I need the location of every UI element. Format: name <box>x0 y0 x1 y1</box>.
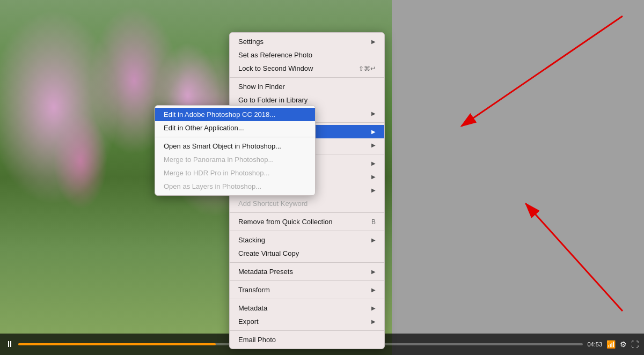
arrow-icon: ▶ <box>371 237 376 243</box>
settings-icon[interactable]: ⚙ <box>620 340 627 349</box>
menu-separator-8 <box>230 299 384 299</box>
menu-item-set-reference[interactable]: Set as Reference Photo <box>230 48 384 62</box>
submenu-item-merge-hdr: Merge to HDR Pro in Photoshop... <box>155 166 315 180</box>
arrow-icon: ▶ <box>371 269 376 275</box>
submenu-item-edit-other[interactable]: Edit in Other Application... <box>155 121 315 135</box>
submenu-separator-1 <box>155 137 315 137</box>
arrow-icon: ▶ <box>371 287 376 293</box>
arrow-icon: ▶ <box>371 160 376 166</box>
menu-separator-1 <box>230 77 384 78</box>
shortcut-label: B <box>371 218 376 226</box>
submenu-item-merge-panorama: Merge to Panorama in Photoshop... <box>155 153 315 166</box>
arrow-icon: ▶ <box>371 305 376 311</box>
menu-item-transform[interactable]: Transform ▶ <box>230 283 384 297</box>
menu-separator-4 <box>230 212 384 213</box>
menu-item-create-virtual[interactable]: Create Virtual Copy <box>230 247 384 260</box>
menu-separator-6 <box>230 262 384 263</box>
menu-item-email-photo[interactable]: Email Photo <box>230 333 384 346</box>
menu-separator-5 <box>230 231 384 231</box>
progress-fill <box>18 343 216 345</box>
volume-icon[interactable]: 📶 <box>606 340 616 349</box>
menu-separator-7 <box>230 280 384 281</box>
submenu-item-open-smart[interactable]: Open as Smart Object in Photoshop... <box>155 139 315 153</box>
arrow-icon: ▶ <box>371 39 376 45</box>
time-display: 04:53 <box>587 341 602 347</box>
menu-item-settings[interactable]: Settings ▶ <box>230 35 384 48</box>
submenu-item-open-layers: Open as Layers in Photoshop... <box>155 180 315 193</box>
play-pause-button[interactable]: ⏸ <box>5 339 14 349</box>
menu-separator-9 <box>230 330 384 331</box>
menu-item-show-finder[interactable]: Show in Finder <box>230 80 384 93</box>
background-right <box>392 0 644 355</box>
menu-item-remove-quick[interactable]: Remove from Quick Collection B <box>230 215 384 228</box>
submenu-item-edit-photoshop[interactable]: Edit in Adobe Photoshop CC 2018... <box>155 108 315 121</box>
arrow-icon: ▶ <box>371 187 376 193</box>
menu-item-export[interactable]: Export ▶ <box>230 315 384 328</box>
arrow-icon: ▶ <box>371 142 376 148</box>
submenu-edit-in: Edit in Adobe Photoshop CC 2018... Edit … <box>155 105 316 196</box>
arrow-icon: ▶ <box>371 319 376 324</box>
shortcut-label: ⇧⌘↵ <box>358 65 376 72</box>
arrow-icon: ▶ <box>371 129 376 135</box>
menu-item-lock-second[interactable]: Lock to Second Window ⇧⌘↵ <box>230 62 384 75</box>
menu-item-metadata[interactable]: Metadata ▶ <box>230 301 384 315</box>
fullscreen-icon[interactable]: ⛶ <box>631 340 639 349</box>
arrow-icon: ▶ <box>371 110 376 116</box>
menu-item-add-shortcut: Add Shortcut Keyword <box>230 197 384 210</box>
menu-item-metadata-presets[interactable]: Metadata Presets ▶ <box>230 265 384 278</box>
menu-item-stacking[interactable]: Stacking ▶ <box>230 233 384 247</box>
arrow-icon: ▶ <box>371 174 376 180</box>
